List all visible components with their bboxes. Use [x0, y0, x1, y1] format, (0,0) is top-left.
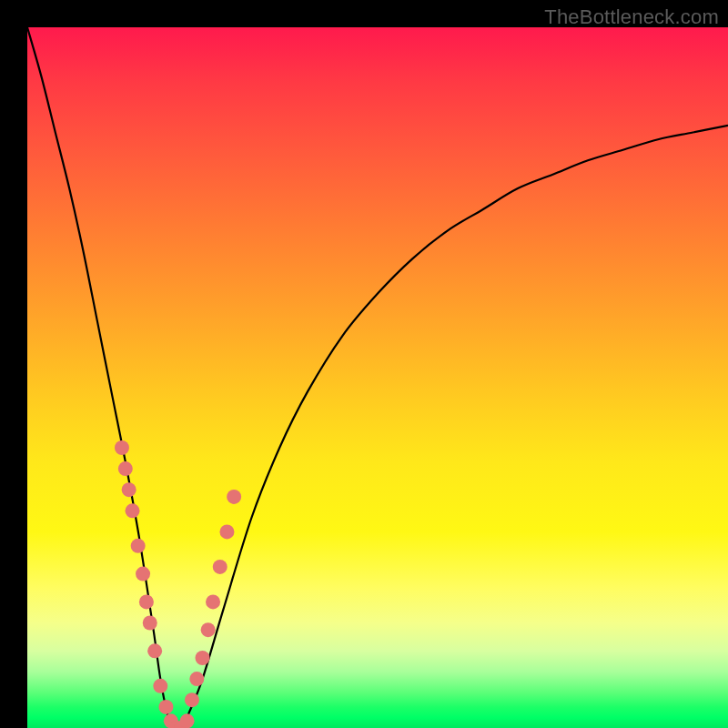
- highlight-dots-group: [115, 440, 241, 728]
- bottleneck-curve-path: [27, 27, 728, 728]
- highlight-dot: [201, 622, 216, 637]
- highlight-dot: [185, 693, 199, 707]
- highlight-dot: [158, 700, 173, 714]
- highlight-dot: [115, 440, 129, 455]
- highlight-dot: [136, 567, 150, 581]
- highlight-dot: [180, 713, 195, 728]
- highlight-dot: [213, 560, 228, 574]
- highlight-dot: [227, 490, 241, 504]
- chart-svg: [27, 27, 728, 728]
- highlight-dot: [131, 539, 146, 553]
- highlight-dot: [118, 461, 133, 476]
- highlight-dot: [206, 594, 220, 609]
- highlight-dot: [126, 503, 140, 518]
- highlight-dot: [153, 679, 167, 693]
- highlight-dot: [139, 594, 154, 609]
- chart-frame: TheBottleneck.com: [0, 0, 728, 728]
- watermark-text: TheBottleneck.com: [544, 5, 719, 29]
- highlight-dot: [122, 482, 136, 497]
- plot-area: [27, 27, 728, 728]
- highlight-dot: [219, 524, 234, 539]
- highlight-dot: [143, 616, 157, 631]
- highlight-dot: [196, 651, 210, 665]
- highlight-dot: [147, 643, 162, 658]
- highlight-dot: [189, 672, 204, 686]
